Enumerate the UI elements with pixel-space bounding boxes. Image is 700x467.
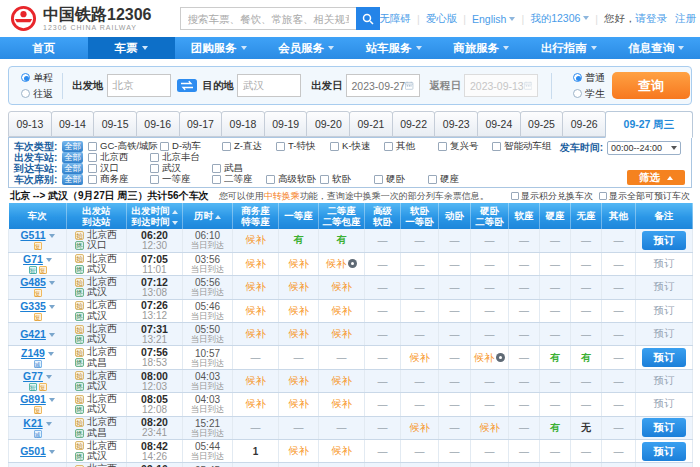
filter-all-button[interactable]: 全部	[62, 141, 83, 152]
return-date-input[interactable]: 2023-09-13	[464, 74, 538, 97]
expand-train-icon[interactable]	[49, 305, 55, 309]
expand-train-icon[interactable]	[46, 375, 52, 379]
expand-train-icon[interactable]	[49, 333, 55, 337]
train-number-link[interactable]: K21	[23, 417, 42, 429]
link-accessibility[interactable]: 无障碍	[380, 12, 412, 26]
seat-availability: —	[471, 463, 509, 467]
expand-train-icon[interactable]	[49, 281, 55, 285]
book-button[interactable]: 预订	[642, 442, 686, 461]
train-number-link[interactable]: G511	[20, 229, 45, 241]
logo[interactable]: 中国铁路12306 12306 CHINA RAILWAY	[10, 5, 152, 32]
login-link[interactable]: 请登录	[636, 12, 668, 26]
train-number-link[interactable]: G71	[23, 253, 43, 265]
expand-train-icon[interactable]	[48, 352, 54, 356]
link-english[interactable]: English	[472, 13, 515, 25]
filter-all-button[interactable]: 全部	[62, 163, 83, 174]
to-input[interactable]: 武汉	[237, 74, 301, 97]
train-number-link[interactable]: G77	[23, 370, 43, 382]
nav-item[interactable]: 站车服务	[350, 37, 438, 59]
radio-round-trip[interactable]: 往返	[21, 87, 53, 101]
date-tab[interactable]: 09-25	[520, 111, 564, 137]
train-number-link[interactable]: G335	[20, 300, 46, 312]
expand-train-icon[interactable]	[49, 398, 55, 402]
filter-checkbox[interactable]: 硬座	[428, 173, 480, 186]
train-row: G335复始北京西终武汉07:2613:1205:46当日到达候补候补候补———…	[9, 299, 693, 322]
date-tab[interactable]: 09-15	[93, 111, 137, 137]
show-bookable-checkbox[interactable]: 显示全部可预订车次	[599, 190, 690, 202]
expand-train-icon[interactable]	[46, 422, 52, 426]
filter-checkbox[interactable]: K-快速	[330, 140, 382, 153]
nav-item[interactable]: 出行指南	[525, 37, 613, 59]
from-input[interactable]: 北京	[107, 74, 171, 97]
expand-train-icon[interactable]	[49, 234, 55, 238]
expand-train-icon[interactable]	[49, 450, 55, 454]
filter-checkbox[interactable]: 硬卧	[374, 173, 426, 186]
passenger-type-radios: 普通 学生	[573, 71, 605, 101]
train-number-link[interactable]: Z149	[21, 347, 45, 359]
date-tab[interactable]: 09-22	[392, 111, 436, 137]
transfer-link[interactable]: 中转换乘	[264, 191, 300, 201]
link-my-12306[interactable]: 我的12306	[530, 12, 589, 26]
filter-button[interactable]: 筛选	[627, 170, 685, 185]
filter-checkbox[interactable]: Z-直达	[222, 140, 274, 153]
seat-availability: —	[571, 252, 602, 275]
swap-stations-icon[interactable]	[177, 79, 197, 92]
seat-availability: 候补	[319, 440, 365, 463]
filter-all-button[interactable]: 全部	[62, 174, 83, 185]
radio-normal[interactable]: 普通	[573, 71, 605, 85]
filter-checkbox[interactable]: 一等座	[150, 173, 210, 186]
seat-availability: —	[509, 252, 540, 275]
train-number-link[interactable]: G421	[20, 328, 46, 340]
date-tab[interactable]: 09-16	[136, 111, 180, 137]
book-button[interactable]: 预订	[642, 231, 686, 250]
nav-item[interactable]: 商旅服务	[438, 37, 526, 59]
filter-checkbox[interactable]: T-特快	[276, 140, 328, 153]
column-header[interactable]: 出发时间到达时间	[127, 203, 183, 229]
date-tab[interactable]: 09-14	[51, 111, 95, 137]
filter-all-button[interactable]: 全部	[62, 152, 83, 163]
nav-item[interactable]: 首页	[0, 37, 88, 59]
filter-checkbox[interactable]: 二等座	[212, 173, 264, 186]
link-care-version[interactable]: 爱心版	[426, 12, 458, 26]
nav-item[interactable]: 会员服务	[263, 37, 351, 59]
filter-checkbox[interactable]: 高级软卧	[266, 173, 318, 186]
nav-item[interactable]: 信息查询	[613, 37, 700, 59]
train-number-link[interactable]: G501	[20, 445, 46, 457]
time-filter-select[interactable]: 00:00--24:00	[607, 141, 681, 155]
search-input[interactable]	[180, 7, 356, 30]
expand-train-icon[interactable]	[46, 258, 52, 262]
filter-checkbox[interactable]: 软卧	[320, 173, 372, 186]
column-header: 一等座	[279, 203, 319, 229]
nav-item[interactable]: 团购服务	[175, 37, 263, 59]
seat-availability: —	[509, 440, 540, 463]
book-button[interactable]: 预订	[642, 348, 686, 367]
date-tab[interactable]: 09-19	[264, 111, 308, 137]
depart-date-input[interactable]: 2023-09-27	[346, 74, 420, 97]
date-tab[interactable]: 09-18	[221, 111, 265, 137]
train-number-link[interactable]: G485	[20, 276, 46, 288]
date-tab[interactable]: 09-23	[434, 111, 478, 137]
register-link[interactable]: 注册	[675, 12, 696, 26]
show-points-checkbox[interactable]: 显示积分兑换车次	[511, 190, 593, 202]
date-tab[interactable]: 09-26	[562, 111, 606, 137]
query-button[interactable]: 查询	[612, 72, 690, 99]
seat-availability: —	[602, 346, 636, 369]
date-tab-active[interactable]: 09-27 周三	[605, 111, 693, 138]
train-number-link[interactable]: G891	[20, 393, 46, 405]
train-badge-icon: 智	[29, 383, 37, 391]
date-tab[interactable]: 09-24	[477, 111, 521, 137]
radio-student[interactable]: 学生	[573, 87, 605, 101]
date-tab[interactable]: 09-21	[349, 111, 393, 137]
nav-item[interactable]: 车票	[88, 37, 176, 59]
date-tab[interactable]: 09-20	[306, 111, 350, 137]
date-tab[interactable]: 09-13	[8, 111, 52, 137]
filter-checkbox[interactable]: 商务座	[88, 173, 148, 186]
column-header[interactable]: 历时	[183, 203, 233, 229]
book-button[interactable]: 预订	[642, 418, 686, 437]
filter-checkbox[interactable]: 其他	[384, 140, 436, 153]
filter-checkbox[interactable]: 复兴号	[438, 140, 490, 153]
search-button[interactable]	[356, 7, 380, 30]
filter-checkbox[interactable]: 智能动车组	[492, 140, 552, 153]
date-tab[interactable]: 09-17	[179, 111, 223, 137]
radio-one-way[interactable]: 单程	[21, 71, 53, 85]
